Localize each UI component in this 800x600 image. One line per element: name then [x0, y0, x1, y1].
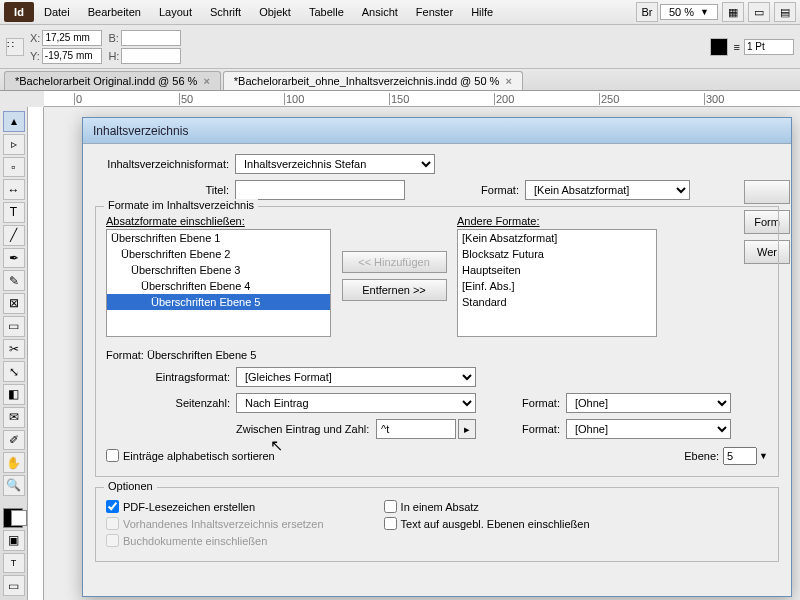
document-tab-1[interactable]: *Bachelorarbeit Original.indd @ 56 %× — [4, 71, 221, 90]
pagenum-select[interactable]: Nach Eintrag — [236, 393, 476, 413]
menu-hilfe[interactable]: Hilfe — [463, 3, 501, 21]
view-mode-icon[interactable]: ▦ — [722, 2, 744, 22]
menu-schrift[interactable]: Schrift — [202, 3, 249, 21]
close-icon[interactable]: × — [505, 75, 511, 87]
special-char-flyout-icon[interactable]: ▸ — [458, 419, 476, 439]
stroke-weight-input[interactable] — [744, 39, 794, 55]
list-item[interactable]: [Kein Absatzformat] — [458, 230, 656, 246]
y-input[interactable] — [42, 48, 102, 64]
screen-mode-icon[interactable]: ▭ — [748, 2, 770, 22]
line-tool-icon[interactable]: ╱ — [3, 225, 25, 246]
include-styles-label: Absatzformate einschließen: — [106, 215, 331, 227]
pstyle-select[interactable]: [Kein Absatzformat] — [525, 180, 690, 200]
dialog-titlebar[interactable]: Inhaltsverzeichnis — [83, 118, 791, 144]
horizontal-ruler: 0 50 100 150 200 250 300 — [44, 91, 800, 107]
list-item[interactable]: Hauptseiten — [458, 262, 656, 278]
pencil-tool-icon[interactable]: ✎ — [3, 270, 25, 291]
titel-input[interactable] — [235, 180, 405, 200]
menu-layout[interactable]: Layout — [151, 3, 200, 21]
fieldset-legend: Formate im Inhaltsverzeichnis — [104, 199, 258, 211]
ruler-tick: 50 — [179, 93, 193, 105]
document-tab-strip: *Bachelorarbeit Original.indd @ 56 %× *B… — [0, 69, 800, 91]
menu-bearbeiten[interactable]: Bearbeiten — [80, 3, 149, 21]
sort-checkbox[interactable] — [106, 449, 119, 462]
fmt3-select[interactable]: [Ohne] — [566, 419, 731, 439]
fill-stroke-swatch[interactable] — [3, 502, 25, 528]
control-bar: ∷ X: Y: B: H: ≡ — [0, 25, 800, 69]
fmt2-select[interactable]: [Ohne] — [566, 393, 731, 413]
toc-format-select[interactable]: Inhaltsverzeichnis Stefan — [235, 154, 435, 174]
view-mode-toggle-icon[interactable]: ▭ — [3, 575, 25, 596]
menu-tabelle[interactable]: Tabelle — [301, 3, 352, 21]
pen-tool-icon[interactable]: ✒ — [3, 248, 25, 269]
transfer-buttons: << Hinzufügen Entfernen >> — [339, 215, 449, 337]
menu-objekt[interactable]: Objekt — [251, 3, 299, 21]
format-heading: Format: Überschriften Ebene 5 — [106, 349, 768, 361]
x-input[interactable] — [42, 30, 102, 46]
chevron-down-icon[interactable]: ▼ — [759, 451, 768, 461]
arrange-icon[interactable]: ▤ — [774, 2, 796, 22]
hidden-layers-label: Text auf ausgebl. Ebenen einschließen — [401, 518, 590, 530]
styles-fieldset: Formate im Inhaltsverzeichnis Absatzform… — [95, 206, 779, 477]
other-styles-label: Andere Formate: — [457, 215, 657, 227]
scissors-tool-icon[interactable]: ✂ — [3, 339, 25, 360]
include-styles-listbox[interactable]: Überschriften Ebene 1 Überschriften Eben… — [106, 229, 331, 337]
entryformat-label: Eintragsformat: — [106, 371, 236, 383]
list-item[interactable]: Standard — [458, 294, 656, 310]
gap-tool-icon[interactable]: ↔ — [3, 179, 25, 200]
vertical-ruler — [28, 107, 44, 600]
hidden-layers-checkbox[interactable] — [384, 517, 397, 530]
other-styles-listbox[interactable]: [Kein Absatzformat] Blocksatz Futura Hau… — [457, 229, 657, 337]
chevron-down-icon: ▼ — [700, 7, 709, 17]
entryformat-select[interactable]: [Gleiches Format] — [236, 367, 476, 387]
list-item[interactable]: [Einf. Abs.] — [458, 278, 656, 294]
rectangle-tool-icon[interactable]: ▭ — [3, 316, 25, 337]
list-item[interactable]: Überschriften Ebene 2 — [107, 246, 330, 262]
ok-button[interactable] — [744, 180, 790, 204]
runin-checkbox[interactable] — [384, 500, 397, 513]
ruler-tick: 0 — [74, 93, 82, 105]
reference-point-icon[interactable]: ∷ — [6, 38, 24, 56]
x-label: X: — [30, 32, 40, 44]
direct-selection-tool-icon[interactable]: ▹ — [3, 134, 25, 155]
zoom-value: 50 % — [669, 6, 694, 18]
menu-ansicht[interactable]: Ansicht — [354, 3, 406, 21]
list-item[interactable]: Überschriften Ebene 3 — [107, 262, 330, 278]
gradient-tool-icon[interactable]: ◧ — [3, 384, 25, 405]
list-item[interactable]: Überschriften Ebene 5 — [107, 294, 330, 310]
menu-datei[interactable]: Datei — [36, 3, 78, 21]
format-container-icon[interactable]: ▣ — [3, 530, 25, 551]
stroke-caret-icon: ≡ — [734, 41, 740, 53]
remove-button[interactable]: Entfernen >> — [342, 279, 447, 301]
note-tool-icon[interactable]: ✉ — [3, 407, 25, 428]
close-icon[interactable]: × — [203, 75, 209, 87]
transform-tool-icon[interactable]: ⤡ — [3, 361, 25, 382]
fill-swatch-icon[interactable] — [710, 38, 728, 56]
between-input[interactable] — [376, 419, 456, 439]
rectangle-frame-tool-icon[interactable]: ⊠ — [3, 293, 25, 314]
toc-dialog: Inhaltsverzeichnis Form Wer Inhaltsverze… — [82, 117, 792, 597]
list-item[interactable]: Überschriften Ebene 4 — [107, 278, 330, 294]
eyedropper-tool-icon[interactable]: ✐ — [3, 430, 25, 451]
bridge-button[interactable]: Br — [636, 2, 658, 22]
zoom-tool-icon[interactable]: 🔍 — [3, 475, 25, 496]
h-label: H: — [108, 50, 119, 62]
ruler-tick: 200 — [494, 93, 514, 105]
level-input[interactable] — [723, 447, 757, 465]
ruler-tick: 250 — [599, 93, 619, 105]
pdf-bookmarks-checkbox[interactable] — [106, 500, 119, 513]
selection-tool-icon[interactable]: ▴ — [3, 111, 25, 132]
list-item[interactable]: Blocksatz Futura — [458, 246, 656, 262]
zoom-select[interactable]: 50 %▼ — [660, 4, 718, 20]
menu-fenster[interactable]: Fenster — [408, 3, 461, 21]
type-tool-icon[interactable]: T — [3, 202, 25, 223]
format-text-icon[interactable]: T — [3, 553, 25, 574]
add-button[interactable]: << Hinzufügen — [342, 251, 447, 273]
width-input[interactable] — [121, 30, 181, 46]
page-tool-icon[interactable]: ▫ — [3, 157, 25, 178]
hand-tool-icon[interactable]: ✋ — [3, 452, 25, 473]
list-item[interactable]: Überschriften Ebene 1 — [107, 230, 330, 246]
height-input[interactable] — [121, 48, 181, 64]
between-label: Zwischen Eintrag und Zahl: — [106, 423, 376, 435]
document-tab-2[interactable]: *Bachelorarbeit_ohne_Inhaltsverzeichnis.… — [223, 71, 523, 90]
